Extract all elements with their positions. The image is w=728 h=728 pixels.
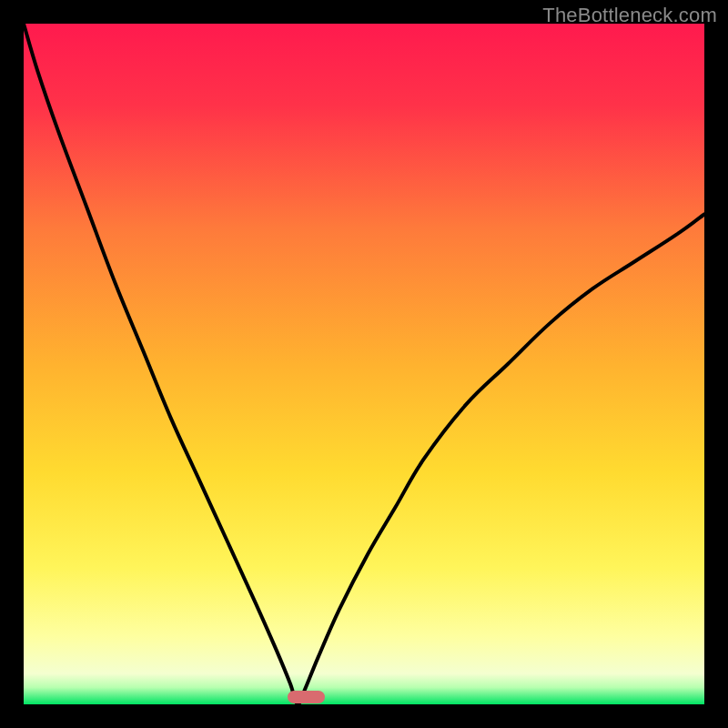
- plot-frame: [24, 24, 704, 704]
- bottleneck-chart: [24, 24, 704, 704]
- watermark-text: TheBottleneck.com: [542, 4, 717, 27]
- gradient-background: [24, 24, 704, 704]
- minimum-marker: [288, 691, 325, 703]
